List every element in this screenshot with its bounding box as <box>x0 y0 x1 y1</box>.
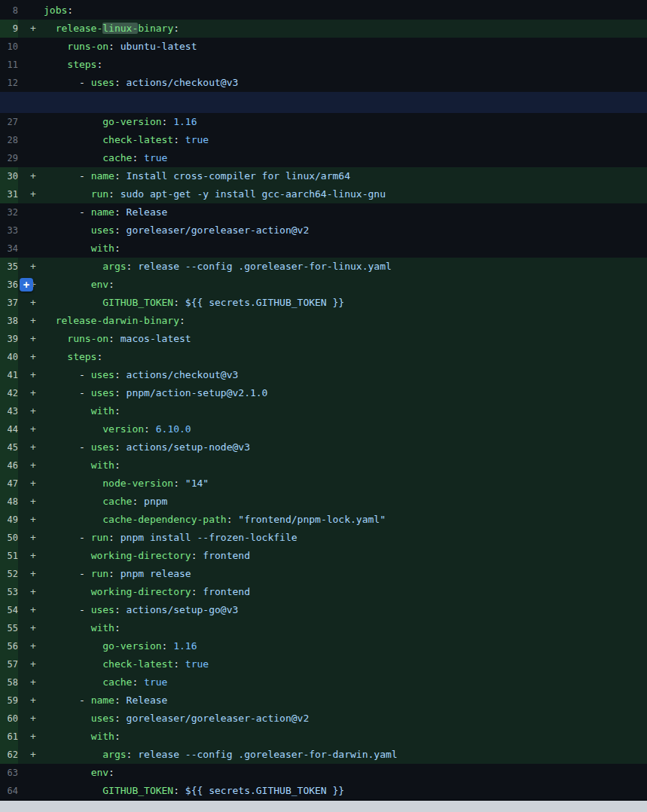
code-token <box>44 116 102 127</box>
line-number[interactable]: 38 <box>0 312 18 330</box>
code-line: - uses: pnpm/action-setup@v2.1.0 <box>44 384 647 402</box>
line-number[interactable]: 39 <box>0 330 18 348</box>
diff-sign <box>30 38 44 56</box>
code-line: steps: <box>44 56 647 74</box>
code-token: run <box>91 532 108 543</box>
code-token: with <box>91 405 114 417</box>
line-number[interactable]: 41 <box>0 366 18 384</box>
diff-row: 58+ cache: true <box>0 673 647 691</box>
line-number[interactable]: 12 <box>0 74 18 92</box>
code-token: true <box>185 134 209 145</box>
code-token: Release <box>127 694 168 706</box>
line-number[interactable]: 43 <box>0 402 18 420</box>
diff-sign: + <box>30 167 44 185</box>
add-comment-button[interactable]: + <box>20 278 33 292</box>
line-number[interactable]: 45 <box>0 438 18 456</box>
code-line: - uses: actions/checkout@v3 <box>44 74 647 92</box>
line-number[interactable]: 30 <box>0 167 18 185</box>
line-number[interactable]: 40 <box>0 348 18 366</box>
line-number[interactable]: 28 <box>0 131 18 149</box>
code-token: : <box>114 694 127 706</box>
code-token <box>44 658 102 670</box>
code-token <box>44 134 102 145</box>
code-token <box>44 243 91 254</box>
bottom-strip <box>0 800 647 812</box>
code-line: release-darwin-binary: <box>44 312 647 330</box>
code-token: GITHUB_TOKEN <box>102 297 173 308</box>
line-number[interactable]: 10 <box>0 38 18 56</box>
line-number[interactable]: 62 <box>0 746 18 764</box>
code-token <box>44 261 102 272</box>
code-token: - <box>44 206 91 218</box>
line-number[interactable]: 31 <box>0 185 18 203</box>
line-number[interactable]: 56 <box>0 637 18 655</box>
diff-expander-row[interactable] <box>0 92 647 113</box>
code-token: sudo apt-get -y install gcc-aarch64-linu… <box>121 188 386 200</box>
line-number[interactable]: 55 <box>0 619 18 637</box>
code-token: release-darwin-binary <box>56 315 179 326</box>
line-number[interactable]: 49 <box>0 511 18 529</box>
line-number[interactable]: 51 <box>0 547 18 565</box>
diff-sign: + <box>30 475 44 493</box>
line-number[interactable]: 11 <box>0 56 18 74</box>
line-number[interactable]: 52 <box>0 565 18 583</box>
line-number[interactable]: 8 <box>0 2 18 20</box>
code-token: : <box>227 514 239 525</box>
line-number[interactable]: 53 <box>0 583 18 601</box>
line-number[interactable]: 46 <box>0 456 18 475</box>
code-line: with: <box>44 456 647 475</box>
line-number[interactable]: 27 <box>0 113 18 131</box>
code-token <box>44 351 67 362</box>
line-number[interactable]: 44 <box>0 420 18 438</box>
line-number[interactable]: 33 <box>0 221 18 240</box>
code-token: 1.16 <box>173 116 197 127</box>
line-number[interactable]: 60 <box>0 710 18 728</box>
code-token: args <box>102 749 126 760</box>
line-number[interactable]: 48 <box>0 493 18 511</box>
code-token: : <box>132 152 144 163</box>
code-token: : <box>179 315 185 326</box>
code-token: : <box>114 243 121 254</box>
code-token <box>44 423 102 435</box>
line-number[interactable]: 54 <box>0 601 18 619</box>
code-token: with <box>91 243 114 254</box>
line-number[interactable]: 64 <box>0 782 18 800</box>
diff-sign: + <box>30 402 44 420</box>
line-number[interactable]: 50 <box>0 529 18 547</box>
line-number[interactable]: 47 <box>0 475 18 493</box>
line-number[interactable]: 61 <box>0 728 18 746</box>
line-number[interactable]: 29 <box>0 149 18 167</box>
code-line: - name: Install cross-compiler for linux… <box>44 167 647 185</box>
diff-row: 9+ release-linux-binary: <box>0 20 647 38</box>
code-token <box>44 514 102 525</box>
diff-sign <box>30 131 44 149</box>
line-number[interactable]: 42 <box>0 384 18 402</box>
line-number[interactable]: 58 <box>0 673 18 691</box>
line-number[interactable]: 32 <box>0 203 18 221</box>
line-number[interactable]: 34 <box>0 240 18 258</box>
code-token: steps <box>67 351 96 362</box>
line-number[interactable]: 36 <box>0 276 18 294</box>
code-token: : <box>108 41 121 52</box>
code-token: : <box>114 170 127 182</box>
code-token: run <box>91 568 108 579</box>
code-token <box>44 496 102 507</box>
diff-row: 34 with: <box>0 240 647 258</box>
line-number[interactable]: 59 <box>0 691 18 710</box>
code-line: working-directory: frontend <box>44 583 647 601</box>
line-number[interactable]: 35 <box>0 258 18 276</box>
diff-row: 12 - uses: actions/checkout@v3 <box>0 74 647 92</box>
code-token: - <box>44 604 91 615</box>
diff-sign: + <box>30 673 44 691</box>
line-number[interactable]: 37 <box>0 294 18 312</box>
code-token: ubuntu-latest <box>121 41 197 52</box>
code-token: go-version <box>102 116 161 127</box>
code-token: binary <box>138 23 173 34</box>
code-token: - <box>44 387 91 398</box>
line-number[interactable]: 57 <box>0 655 18 673</box>
line-number[interactable]: 9 <box>0 20 18 38</box>
line-number[interactable]: 63 <box>0 764 18 782</box>
code-line: runs-on: ubuntu-latest <box>44 38 647 56</box>
code-line: release-linux-binary: <box>44 20 647 38</box>
code-token: release --config .goreleaser-for-linux.y… <box>138 261 392 272</box>
